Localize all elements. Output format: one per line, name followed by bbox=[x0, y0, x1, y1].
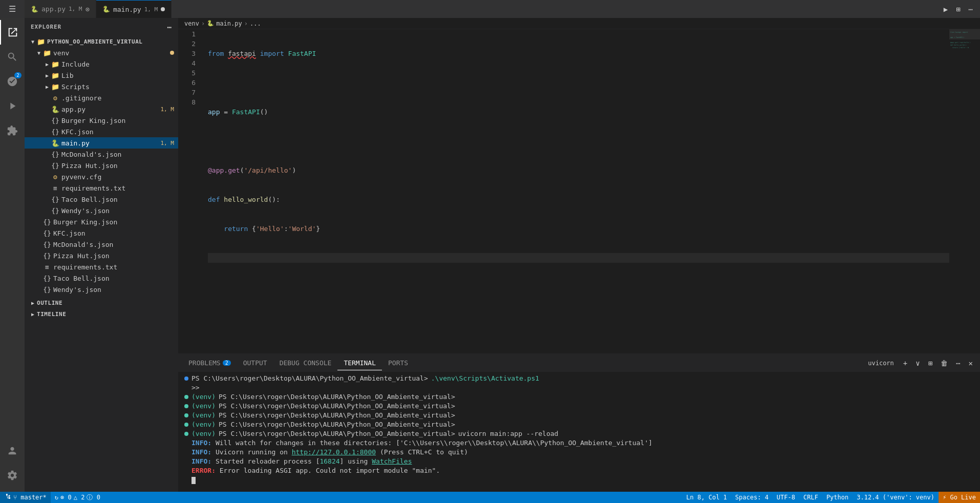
tab-main-py[interactable]: 🐍 main.py 1, M bbox=[96, 0, 172, 18]
tree-item-taco-bell-venv[interactable]: ▶ {} Taco Bell.json bbox=[25, 194, 178, 205]
code-editor[interactable]: 1 2 3 4 5 6 7 8 from fastapi import Fast… bbox=[178, 29, 949, 353]
file-badge: 1, M bbox=[161, 106, 179, 113]
status-go-live[interactable]: ⚡ Go Live bbox=[939, 492, 980, 503]
tree-item-mcdonalds-root[interactable]: ▶ {} McDonald's.json bbox=[25, 239, 178, 250]
activity-git[interactable]: 2 bbox=[0, 69, 25, 94]
tree-item-req-venv[interactable]: ▶ ≡ requirements.txt bbox=[25, 182, 178, 194]
tab-app-py[interactable]: 🐍 app.py 1, M ⊗ bbox=[25, 0, 96, 18]
breadcrumb-more[interactable]: ... bbox=[250, 20, 261, 27]
term-indicator bbox=[184, 404, 188, 408]
activity-extensions[interactable] bbox=[0, 118, 25, 143]
activity-explorer[interactable] bbox=[0, 20, 25, 45]
delete-terminal-button[interactable]: 🗑 bbox=[938, 358, 951, 368]
tree-label: KFC.json bbox=[61, 128, 178, 136]
layout-button[interactable]: ⊞ bbox=[953, 3, 963, 15]
tree-item-wendys-venv[interactable]: ▶ {} Wendy's.json bbox=[25, 205, 178, 216]
tab-close-icon[interactable]: ⊗ bbox=[85, 5, 89, 13]
python-icon: 🐍 bbox=[102, 6, 110, 13]
tree-root-folder[interactable]: ▼ 📁 PYTHON_OO_AMBIENTE_VIRTUAL bbox=[25, 36, 178, 47]
term-indicator bbox=[184, 395, 188, 399]
terminal-line-error: ERROR: Error loading ASGI app. Could not… bbox=[184, 466, 974, 475]
tree-section-outline[interactable]: ▶ OUTLINE bbox=[25, 297, 178, 308]
tree-item-venv[interactable]: ▼ 📁 venv bbox=[25, 47, 178, 58]
chevron-right-icon: ▶ bbox=[43, 60, 51, 68]
tree-item-mcdonalds-venv[interactable]: ▶ {} McDonald's.json bbox=[25, 149, 178, 160]
warnings-label: △ 2 bbox=[74, 494, 85, 501]
breadcrumb-filename[interactable]: main.py bbox=[216, 20, 242, 27]
json-icon: {} bbox=[43, 274, 51, 282]
run-button[interactable]: ▶ bbox=[941, 3, 951, 15]
tree-item-wendys-root[interactable]: ▶ {} Wendy's.json bbox=[25, 284, 178, 295]
activity-run[interactable] bbox=[0, 94, 25, 118]
go-live-label: ⚡ Go Live bbox=[943, 494, 976, 501]
git-icon: ⚙ bbox=[51, 94, 59, 102]
terminal-cursor bbox=[191, 477, 196, 484]
more-actions-icon[interactable]: ⋯ bbox=[953, 358, 963, 368]
tree-item-burger-king-root[interactable]: ▶ {} Burger King.json bbox=[25, 216, 178, 227]
code-content[interactable]: from fastapi import FastAPI app = FastAP… bbox=[204, 29, 949, 353]
info-label: ⓘ 0 bbox=[87, 493, 100, 502]
terminal-name-label: uvicorn bbox=[868, 360, 894, 367]
more-actions-button[interactable]: ⋯ bbox=[966, 3, 976, 15]
tree-item-pizza-hut-root[interactable]: ▶ {} Pizza Hut.json bbox=[25, 250, 178, 261]
tree-item-main-py[interactable]: ▶ 🐍 main.py 1, M bbox=[25, 137, 178, 149]
activity-account[interactable] bbox=[0, 438, 25, 463]
status-git-branch[interactable]: ⑂ master* bbox=[0, 492, 51, 503]
terminal-dropdown-icon[interactable]: ∨ bbox=[912, 358, 923, 368]
tree-label: requirements.txt bbox=[61, 184, 178, 192]
tab-terminal[interactable]: TERMINAL bbox=[337, 356, 382, 370]
split-terminal-button[interactable]: ⊞ bbox=[925, 358, 935, 368]
breadcrumb-venv[interactable]: venv bbox=[184, 20, 199, 27]
tab-output[interactable]: OUTPUT bbox=[237, 356, 273, 370]
term-indicator bbox=[184, 376, 188, 381]
breadcrumb: venv › 🐍 main.py › ... bbox=[178, 18, 980, 29]
menu-icon[interactable]: ☰ bbox=[0, 0, 25, 18]
json-icon: {} bbox=[51, 150, 59, 158]
tab-problems[interactable]: PROBLEMS 2 bbox=[182, 356, 237, 370]
tree-item-scripts[interactable]: ▶ 📁 Scripts bbox=[25, 81, 178, 92]
tab-ports[interactable]: PORTS bbox=[382, 356, 414, 370]
tree-item-include[interactable]: ▶ 📁 Include bbox=[25, 58, 178, 70]
python-version-label: 3.12.4 ('venv': venv) bbox=[857, 494, 934, 501]
tree-item-req-root[interactable]: ▶ ≡ requirements.txt bbox=[25, 261, 178, 273]
tree-item-pizza-hut-venv[interactable]: ▶ {} Pizza Hut.json bbox=[25, 160, 178, 171]
status-python-version[interactable]: 3.12.4 ('venv': venv) bbox=[853, 492, 939, 503]
tree-item-pyvenv[interactable]: ▶ ⚙ pyvenv.cfg bbox=[25, 171, 178, 182]
tree-item-gitignore[interactable]: ▶ ⚙ .gitignore bbox=[25, 92, 178, 103]
tree-item-taco-bell-root[interactable]: ▶ {} Taco Bell.json bbox=[25, 273, 178, 284]
timeline-label: TIMELINE bbox=[37, 311, 178, 318]
sidebar-more-icon[interactable]: ⋯ bbox=[167, 23, 172, 31]
tree-item-kfc-venv[interactable]: ▶ {} KFC.json bbox=[25, 126, 178, 137]
close-panel-button[interactable]: ✕ bbox=[966, 358, 976, 368]
git-branch-icon bbox=[4, 494, 11, 501]
tree-label: Taco Bell.json bbox=[53, 275, 178, 282]
tree-item-app-py[interactable]: ▶ 🐍 app.py 1, M bbox=[25, 103, 178, 115]
folder-icon: 📁 bbox=[37, 37, 45, 46]
status-position[interactable]: Ln 8, Col 1 bbox=[682, 492, 731, 503]
status-encoding[interactable]: UTF-8 bbox=[773, 492, 799, 503]
main-layout: 2 EXPLORER bbox=[0, 18, 980, 492]
terminal-content[interactable]: PS C:\Users\roger\Desktop\ALURA\Python_O… bbox=[178, 372, 980, 492]
status-spaces[interactable]: Spaces: 4 bbox=[731, 492, 773, 503]
terminal-line-1: PS C:\Users\roger\Desktop\ALURA\Python_O… bbox=[184, 374, 974, 383]
status-sync[interactable]: ↻ ⊗ 0 △ 2 ⓘ 0 bbox=[51, 492, 104, 503]
tree-item-lib[interactable]: ▶ 📁 Lib bbox=[25, 70, 178, 81]
tree-item-burger-king-venv[interactable]: ▶ {} Burger King.json bbox=[25, 115, 178, 126]
tab-problems-label: PROBLEMS bbox=[188, 359, 221, 367]
status-line-ending[interactable]: CRLF bbox=[799, 492, 822, 503]
code-line-1: from fastapi import FastAPI bbox=[208, 49, 949, 58]
tree-section-timeline[interactable]: ▶ TIMELINE bbox=[25, 308, 178, 320]
python-file-icon: 🐍 bbox=[51, 139, 59, 147]
tree-item-kfc-root[interactable]: ▶ {} KFC.json bbox=[25, 227, 178, 239]
tab-ports-label: PORTS bbox=[388, 359, 408, 367]
folder-icon: 📁 bbox=[51, 60, 59, 68]
status-language[interactable]: Python bbox=[822, 492, 853, 503]
txt-icon: ≡ bbox=[51, 184, 59, 192]
new-terminal-button[interactable]: + bbox=[900, 358, 910, 368]
tree-label: McDonald's.json bbox=[53, 241, 178, 248]
activity-settings[interactable] bbox=[0, 463, 25, 488]
outline-label: OUTLINE bbox=[37, 300, 178, 306]
sidebar-header: EXPLORER ⋯ bbox=[25, 18, 178, 36]
activity-search[interactable] bbox=[0, 45, 25, 69]
tab-debug-console[interactable]: DEBUG CONSOLE bbox=[273, 356, 338, 370]
